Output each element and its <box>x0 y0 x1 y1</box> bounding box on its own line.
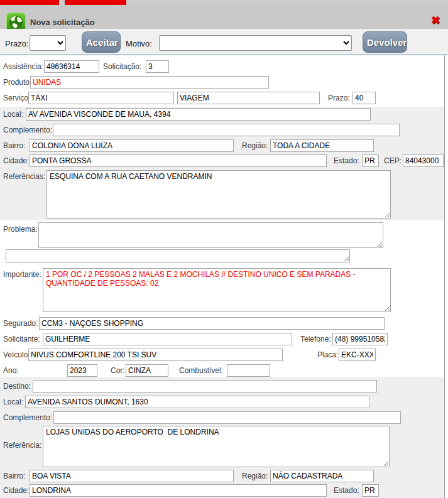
ano-label: Ano: <box>3 366 19 375</box>
regiao-label: Região: <box>242 141 268 150</box>
destino-estado-label: Estado: <box>334 486 359 495</box>
veiculo-label: Veículo: <box>3 350 30 359</box>
observacao-textarea[interactable] <box>6 249 350 263</box>
destino-cidade-label: Cidade: <box>3 486 29 495</box>
servico-tipo-input[interactable] <box>177 92 320 104</box>
motivo-select[interactable] <box>159 35 352 51</box>
destino-cidade-input[interactable] <box>30 484 327 497</box>
importante-label: Importante: <box>3 270 41 279</box>
cep-input[interactable] <box>403 154 444 167</box>
destino-regiao-label: Região: <box>242 472 268 480</box>
destino-complemento-label: Complemento: <box>3 413 52 422</box>
browser-tab-red-1[interactable] <box>0 0 59 5</box>
placa-input[interactable] <box>339 349 376 361</box>
referencias-label: Referências: <box>3 172 45 181</box>
solicitacao-input[interactable] <box>146 60 169 73</box>
segurado-label: Segurado: <box>3 319 38 328</box>
destino-regiao-input[interactable] <box>270 470 374 482</box>
dialog-title-bar: Nova solicitação ✖ <box>0 5 448 29</box>
telefone-label: Telefone: <box>300 335 331 344</box>
destino-bairro-input[interactable] <box>30 470 234 482</box>
combustivel-input[interactable] <box>227 364 270 377</box>
top-strip <box>0 0 448 5</box>
servico-label: Serviço: <box>3 94 30 102</box>
solicitacao-label: Solicitação: <box>103 62 141 71</box>
destino-bairro-label: Bairro: <box>3 472 25 480</box>
solicitante-input[interactable] <box>43 333 292 345</box>
servico-input[interactable] <box>28 92 174 104</box>
referencias-textarea[interactable]: ESQUINA COM A RUA CAETANO VENDRAMIN <box>46 170 391 219</box>
estado-input[interactable] <box>362 154 379 167</box>
prazo-input[interactable] <box>352 92 376 104</box>
problema-textarea[interactable] <box>38 222 383 248</box>
combustivel-label: Combustível: <box>179 366 223 375</box>
problema-label: Problema: <box>3 225 38 234</box>
destino-input[interactable] <box>33 380 377 392</box>
prazo-label: Prazo: <box>328 94 350 102</box>
cep-label: CEP: <box>384 156 402 165</box>
ano-input[interactable] <box>67 364 97 377</box>
cidade-input[interactable] <box>30 154 327 167</box>
local-label: Local: <box>3 110 23 119</box>
segurado-input[interactable] <box>39 317 385 330</box>
destino-label: Destino: <box>3 382 31 391</box>
destino-referencia-textarea[interactable]: LOJAS UNIDAS DO AEROPORTO DE LONDRINA <box>43 426 390 467</box>
bairro-input[interactable] <box>30 139 234 152</box>
solicitante-label: Solicitante: <box>3 335 40 344</box>
destino-local-input[interactable] <box>25 396 369 408</box>
dialog-right-border <box>444 55 445 498</box>
destino-referencia-label: Referência: <box>3 441 41 450</box>
destino-estado-input[interactable] <box>362 484 379 497</box>
telefone-input[interactable] <box>332 333 388 345</box>
local-input[interactable] <box>26 108 371 121</box>
action-toolbar: Prazo: Aceitar Motivo: Devolver <box>0 29 448 55</box>
produto-input[interactable] <box>30 76 269 89</box>
cidade-label: Cidade: <box>3 156 29 165</box>
importante-textarea[interactable]: 1 POR OC / 2 PESSOAS 2 MALAS E 2 MOCHILA… <box>43 268 391 312</box>
complemento-label: Complemento: <box>3 126 52 134</box>
browser-tab-red-2[interactable] <box>65 0 126 5</box>
veiculo-input[interactable] <box>28 349 283 361</box>
prazo-toolbar-label: Prazo: <box>5 39 29 48</box>
assistencia-input[interactable] <box>44 60 99 73</box>
devolver-button[interactable]: Devolver <box>363 31 407 53</box>
destino-complemento-input[interactable] <box>53 411 401 424</box>
cor-label: Cor: <box>111 366 125 375</box>
regiao-input[interactable] <box>270 139 374 152</box>
produto-label: Produto: <box>3 78 31 87</box>
close-icon[interactable]: ✖ <box>431 15 440 26</box>
cor-input[interactable] <box>126 364 168 377</box>
assistencia-label: Assistência: <box>3 62 43 71</box>
destino-local-label: Local: <box>3 398 23 406</box>
placa-label: Placa: <box>317 350 338 359</box>
estado-label: Estado: <box>334 156 359 165</box>
new-request-dialog: Nova solicitação ✖ Prazo: Aceitar Motivo… <box>0 0 448 498</box>
motivo-toolbar-label: Motivo: <box>126 39 152 48</box>
dialog-title: Nova solicitação <box>30 18 95 27</box>
aceitar-button[interactable]: Aceitar <box>82 31 121 53</box>
prazo-select[interactable] <box>30 35 66 51</box>
complemento-input[interactable] <box>53 124 400 136</box>
bairro-label: Bairro: <box>3 141 25 150</box>
